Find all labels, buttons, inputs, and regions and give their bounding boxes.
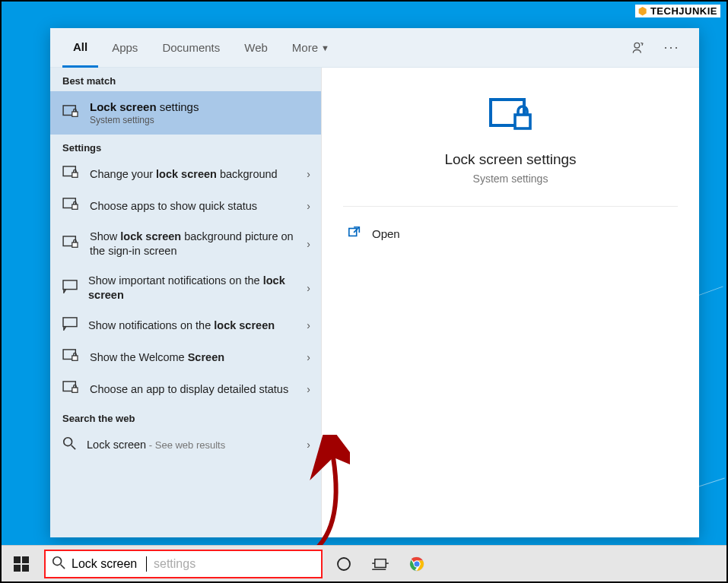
lock-screen-icon <box>62 198 79 214</box>
tab-documents[interactable]: Documents <box>151 28 230 68</box>
search-input[interactable] <box>72 557 140 571</box>
tab-web[interactable]: Web <box>234 28 278 68</box>
svg-rect-10 <box>63 318 77 327</box>
lock-screen-icon <box>62 105 79 122</box>
taskbar-search[interactable]: settings <box>44 550 323 578</box>
svg-rect-27 <box>375 559 386 567</box>
search-ghost-text: settings <box>154 557 196 571</box>
svg-rect-22 <box>14 565 21 572</box>
search-tabs: All Apps Documents Web More▼ ··· <box>50 28 699 68</box>
lock-screen-icon <box>62 381 79 398</box>
result-detailed-status[interactable]: Choose an app to display detailed status… <box>50 373 321 405</box>
notification-icon <box>62 280 78 296</box>
section-web: Search the web <box>50 405 321 429</box>
svg-rect-21 <box>22 556 29 563</box>
watermark: ⬢ TECHJUNKIE <box>635 5 720 17</box>
preview-subtitle: System settings <box>473 173 548 185</box>
svg-point-26 <box>338 558 350 570</box>
lock-screen-icon <box>62 349 79 366</box>
result-important-notifications[interactable]: Show important notifications on the lock… <box>50 266 321 310</box>
svg-rect-4 <box>72 173 78 177</box>
text-cursor <box>146 556 147 572</box>
tab-apps[interactable]: Apps <box>101 28 148 68</box>
notification-icon <box>62 317 78 334</box>
taskview-icon[interactable] <box>365 549 396 579</box>
chevron-right-icon: › <box>307 319 310 331</box>
chevron-down-icon: ▼ <box>321 43 329 52</box>
result-web[interactable]: Lock screen - See web results › <box>50 429 321 461</box>
svg-rect-12 <box>72 356 78 360</box>
svg-rect-19 <box>349 229 357 236</box>
chevron-right-icon: › <box>307 351 310 363</box>
more-options-icon[interactable]: ··· <box>656 33 687 63</box>
bestmatch-title: Lock screen settings <box>90 100 199 113</box>
lock-screen-icon <box>62 236 79 252</box>
results-panel: Best match Lock screen settings System s… <box>50 68 321 537</box>
preview-panel: Lock screen settings System settings Ope… <box>321 68 699 537</box>
preview-title: Lock screen settings <box>444 151 576 168</box>
chevron-right-icon: › <box>307 168 310 180</box>
chrome-icon[interactable] <box>402 549 432 579</box>
lock-screen-icon-large <box>489 98 532 135</box>
chevron-right-icon: › <box>307 200 310 212</box>
chevron-right-icon: › <box>307 439 310 451</box>
search-icon <box>62 436 76 453</box>
chevron-right-icon: › <box>307 238 310 250</box>
start-button[interactable] <box>5 549 38 579</box>
divider <box>343 206 678 207</box>
result-notifications[interactable]: Show notifications on the lock screen › <box>50 309 321 341</box>
chevron-right-icon: › <box>307 282 310 294</box>
section-bestmatch: Best match <box>50 68 321 91</box>
svg-rect-14 <box>72 388 78 392</box>
svg-rect-2 <box>72 112 78 116</box>
result-welcome-screen[interactable]: Show the Welcome Screen › <box>50 341 321 373</box>
svg-point-15 <box>64 438 72 446</box>
taskbar: settings <box>2 545 726 581</box>
chevron-right-icon: › <box>307 383 310 395</box>
section-settings: Settings <box>50 135 321 158</box>
search-flyout: All Apps Documents Web More▼ ··· Best ma… <box>50 28 699 537</box>
cortana-icon[interactable] <box>329 549 359 579</box>
svg-rect-20 <box>14 556 21 563</box>
svg-point-33 <box>415 561 420 566</box>
svg-rect-6 <box>72 204 78 209</box>
tab-all[interactable]: All <box>62 28 98 68</box>
svg-point-0 <box>634 43 640 48</box>
search-icon <box>52 556 65 572</box>
open-icon <box>348 225 361 242</box>
feedback-icon[interactable] <box>623 33 653 63</box>
svg-rect-18 <box>515 115 530 128</box>
result-signin-background[interactable]: Show lock screen background picture on t… <box>50 222 321 266</box>
svg-rect-9 <box>63 280 77 289</box>
lock-screen-icon <box>62 166 79 182</box>
action-open[interactable]: Open <box>343 217 678 249</box>
result-quick-status[interactable]: Choose apps to show quick status › <box>50 190 321 222</box>
svg-line-25 <box>61 564 65 568</box>
svg-point-24 <box>53 556 62 565</box>
svg-rect-23 <box>22 565 29 572</box>
bestmatch-subtitle: System settings <box>90 115 199 125</box>
result-change-background[interactable]: Change your lock screen background › <box>50 158 321 190</box>
svg-line-16 <box>72 445 75 449</box>
svg-rect-8 <box>72 242 78 247</box>
tab-more[interactable]: More▼ <box>281 28 340 68</box>
bestmatch-item[interactable]: Lock screen settings System settings <box>50 91 321 135</box>
